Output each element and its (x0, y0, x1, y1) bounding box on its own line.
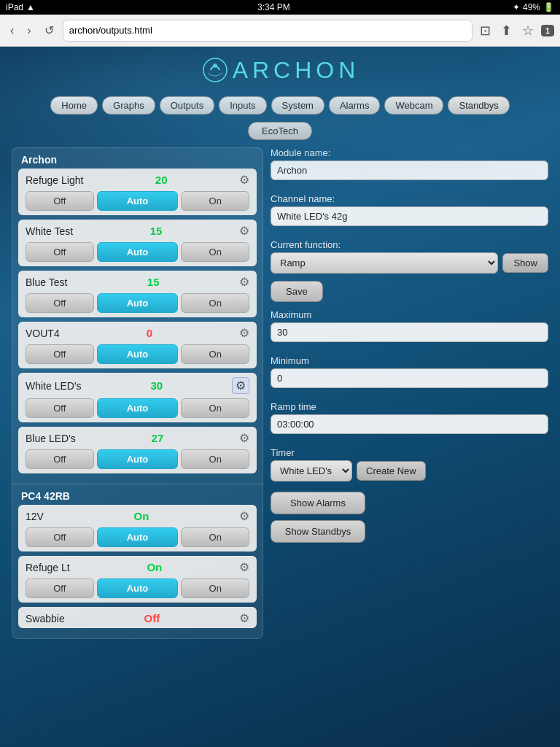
auto-btn-blue-test[interactable]: Auto (97, 293, 179, 313)
minimum-label: Minimum (271, 355, 548, 366)
on-btn-refuge-lt[interactable]: On (181, 578, 249, 598)
output-value-white-leds: 30 (150, 379, 163, 392)
off-btn-blue-test[interactable]: Off (26, 293, 94, 313)
on-btn-vout4[interactable]: On (181, 344, 249, 364)
auto-btn-vout4[interactable]: Auto (97, 344, 179, 364)
output-value-blue-test: 15 (147, 276, 160, 288)
nav-alarms[interactable]: Alarms (329, 96, 380, 115)
pc4-outputs: 12V On ⚙ Off Auto On Refuge Lt On (12, 505, 262, 638)
show-standbys-button[interactable]: Show Standbys (271, 520, 365, 543)
output-blue-leds: Blue LED's 27 ⚙ Off Auto On (18, 427, 257, 473)
reader-button[interactable]: ⊡ (477, 20, 494, 42)
pc4-section-header: PC4 42RB (12, 484, 262, 505)
current-function-label: Current function: (271, 239, 548, 250)
off-btn-white-leds[interactable]: Off (26, 398, 94, 418)
auto-btn-12v[interactable]: Auto (97, 527, 179, 547)
archon-outputs: Refuge Light 20 ⚙ Off Auto On White Test… (12, 169, 262, 484)
bookmark-button[interactable]: ☆ (519, 20, 537, 42)
back-button[interactable]: ‹ (6, 21, 18, 40)
nav-inputs[interactable]: Inputs (219, 96, 266, 115)
output-name-refuge-light: Refuge Light (26, 174, 83, 186)
module-name-input[interactable] (271, 160, 548, 180)
on-btn-refuge-light[interactable]: On (181, 191, 249, 211)
output-name-white-test: White Test (26, 225, 73, 237)
output-refuge-light: Refuge Light 20 ⚙ Off Auto On (18, 169, 257, 215)
on-btn-blue-test[interactable]: On (181, 293, 249, 313)
main-content: Archon Refuge Light 20 ⚙ Off Auto On (0, 140, 560, 646)
auto-btn-white-leds[interactable]: Auto (97, 398, 179, 418)
bluetooth-icon: ✦ (513, 2, 520, 12)
off-btn-vout4[interactable]: Off (26, 344, 94, 364)
nav-standbys[interactable]: Standbys (448, 96, 509, 115)
output-white-leds: White LED's 30 ⚙ Off Auto On (18, 373, 257, 422)
output-name-12v: 12V (26, 511, 44, 522)
off-btn-12v[interactable]: Off (26, 527, 94, 547)
wifi-icon: ▲ (26, 2, 35, 12)
on-btn-blue-leds[interactable]: On (181, 449, 249, 469)
share-button[interactable]: ⬆ (498, 20, 515, 42)
gear-button-swabbie[interactable]: ⚙ (239, 611, 249, 625)
output-name-vout4: VOUT4 (26, 328, 60, 339)
nav-outputs[interactable]: Outputs (160, 96, 215, 115)
off-btn-refuge-lt[interactable]: Off (26, 578, 94, 598)
gear-button-refuge-light[interactable]: ⚙ (239, 173, 249, 187)
gear-button-12v[interactable]: ⚙ (239, 509, 249, 523)
gear-button-blue-leds[interactable]: ⚙ (239, 431, 249, 445)
channel-name-input[interactable] (271, 206, 548, 226)
output-swabbie: Swabbie Off ⚙ (18, 607, 257, 628)
svg-point-1 (213, 63, 217, 68)
browser-bar: ‹ › ↺ ⊡ ⬆ ☆ 1 (0, 15, 560, 47)
output-name-white-leds: White LED's (26, 380, 82, 392)
gear-button-blue-test[interactable]: ⚙ (239, 275, 249, 289)
timer-select[interactable]: White LED's Blue LED's Refuge Light (271, 460, 352, 481)
auto-btn-refuge-lt[interactable]: Auto (97, 578, 179, 598)
output-refuge-lt: Refuge Lt On ⚙ Off Auto On (18, 556, 257, 603)
nav-home[interactable]: Home (50, 96, 98, 115)
tab-count[interactable]: 1 (541, 25, 554, 36)
on-btn-12v[interactable]: On (181, 527, 249, 547)
gear-button-vout4[interactable]: ⚙ (239, 326, 249, 340)
off-btn-refuge-light[interactable]: Off (26, 191, 94, 211)
header: ARCHON (0, 47, 560, 93)
maximum-input[interactable] (271, 322, 548, 342)
svg-point-0 (203, 58, 227, 82)
refresh-button[interactable]: ↺ (40, 20, 58, 40)
battery-label: 49% (523, 2, 540, 12)
left-panel: Archon Refuge Light 20 ⚙ Off Auto On (12, 147, 263, 639)
auto-btn-blue-leds[interactable]: Auto (97, 449, 179, 469)
nav-ecotech[interactable]: EcoTech (248, 122, 312, 140)
archon-section-header: Archon (12, 148, 262, 169)
nav-sub: EcoTech (0, 122, 560, 140)
function-select[interactable]: Ramp On Off Timer Sine Manual (271, 252, 498, 274)
save-button[interactable]: Save (271, 281, 323, 302)
output-value-blue-leds: 27 (152, 432, 164, 444)
off-btn-white-test[interactable]: Off (26, 242, 94, 262)
on-btn-white-leds[interactable]: On (181, 398, 249, 418)
nav-graphs[interactable]: Graphs (102, 96, 155, 115)
timer-label: Timer (271, 447, 548, 458)
output-vout4: VOUT4 0 ⚙ Off Auto On (18, 322, 257, 368)
nav-webcam[interactable]: Webcam (384, 96, 443, 115)
off-btn-blue-leds[interactable]: Off (26, 449, 94, 469)
logo-text: ARCHON (233, 57, 360, 84)
output-value-swabbie: Off (144, 612, 160, 624)
show-button[interactable]: Show (502, 253, 548, 273)
gear-button-refuge-lt[interactable]: ⚙ (239, 560, 249, 574)
output-name-blue-leds: Blue LED's (26, 433, 76, 444)
output-value-refuge-light: 20 (155, 174, 168, 186)
output-value-white-test: 15 (150, 225, 163, 237)
status-bar: iPad ▲ 3:34 PM ✦ 49% 🔋 (0, 0, 560, 15)
forward-button[interactable]: › (23, 21, 35, 40)
gear-button-white-test[interactable]: ⚙ (239, 224, 249, 238)
on-btn-white-test[interactable]: On (181, 242, 249, 262)
auto-btn-white-test[interactable]: Auto (97, 242, 179, 262)
gear-button-white-leds[interactable]: ⚙ (232, 377, 249, 394)
ramp-time-input[interactable] (271, 414, 548, 434)
show-alarms-button[interactable]: Show Alarms (271, 492, 365, 514)
auto-btn-refuge-light[interactable]: Auto (97, 191, 179, 211)
nav-system[interactable]: System (271, 96, 324, 115)
output-value-refuge-lt: On (147, 561, 162, 573)
minimum-input[interactable] (271, 368, 548, 388)
url-bar[interactable] (63, 20, 472, 42)
create-new-button[interactable]: Create New (357, 461, 426, 481)
